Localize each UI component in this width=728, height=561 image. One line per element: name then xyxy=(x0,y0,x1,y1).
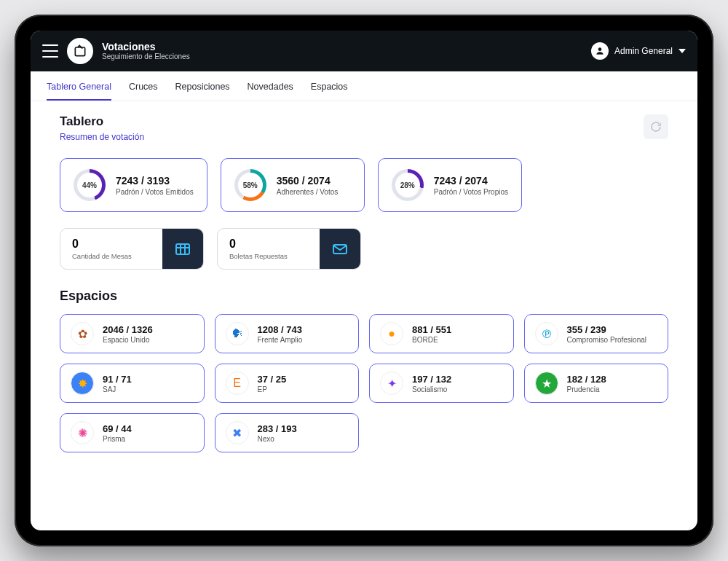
stat-label: Padrón / Votos Emitidos xyxy=(116,188,194,196)
counter-label: Boletas Repuestas xyxy=(229,252,308,260)
donut-chart: 58% xyxy=(234,169,266,201)
donut-percent: 58% xyxy=(243,181,258,189)
svg-rect-2 xyxy=(176,244,189,254)
stat-value: 3560 / 2074 xyxy=(277,175,339,187)
espacio-label: Espacio Unido xyxy=(103,336,153,344)
tab-cruces[interactable]: Cruces xyxy=(129,82,158,101)
espacio-value: 37 / 25 xyxy=(258,374,287,385)
app-logo xyxy=(67,38,93,64)
espacio-card[interactable]: ✿2046 / 1326Espacio Unido xyxy=(60,314,205,353)
espacio-value: 69 / 44 xyxy=(103,423,132,434)
espacio-value: 2046 / 1326 xyxy=(103,324,153,335)
espacio-value: 197 / 132 xyxy=(412,374,451,385)
tabbar: Tablero General Cruces Reposiciones Nove… xyxy=(31,71,697,101)
stat-card: 44% 7243 / 3193 Padrón / Votos Emitidos xyxy=(60,158,207,212)
espacio-card[interactable]: ℗355 / 239Compromiso Profesional xyxy=(524,314,669,353)
espacios-heading: Espacios xyxy=(60,289,668,304)
espacio-logo: ★ xyxy=(535,372,558,395)
dashboard-heading: Tablero xyxy=(60,114,144,129)
espacio-label: Prisma xyxy=(103,435,132,443)
espacio-card[interactable]: E37 / 25EP xyxy=(215,364,360,403)
espacio-logo: 🗣 xyxy=(226,322,249,345)
espacio-card[interactable]: ★182 / 128Prudencia xyxy=(524,364,669,403)
espacio-value: 91 / 71 xyxy=(103,374,132,385)
stat-label: Padrón / Votos Propios xyxy=(434,188,508,196)
espacio-logo: ✸ xyxy=(71,372,94,395)
espacio-value: 355 / 239 xyxy=(567,324,647,335)
counter-value: 0 xyxy=(72,238,151,251)
counter-card: 0 Boletas Repuestas xyxy=(217,228,361,270)
app-title: Votaciones xyxy=(102,42,190,52)
tab-tablero-general[interactable]: Tablero General xyxy=(47,82,111,101)
espacio-card[interactable]: ●881 / 551BORDE xyxy=(369,314,514,353)
counter-label: Cantidad de Mesas xyxy=(72,252,151,260)
espacio-label: Socialismo xyxy=(412,385,451,393)
espacio-card[interactable]: 🗣1208 / 743Frente Amplio xyxy=(215,314,360,353)
app-subtitle: Seguimiento de Elecciones xyxy=(102,52,190,60)
refresh-icon xyxy=(650,121,662,133)
donut-chart: 44% xyxy=(74,169,106,201)
stat-card: 28% 7243 / 2074 Padrón / Votos Propios xyxy=(378,158,522,212)
espacio-logo: ✺ xyxy=(71,421,94,444)
tab-novedades[interactable]: Novedades xyxy=(248,82,293,101)
stat-label: Adherentes / Votos xyxy=(277,188,339,196)
espacio-logo: ✖ xyxy=(226,421,249,444)
tab-reposiciones[interactable]: Reposiciones xyxy=(175,82,230,101)
espacio-card[interactable]: ✦197 / 132Socialismo xyxy=(369,364,514,403)
stat-value: 7243 / 3193 xyxy=(116,175,194,187)
donut-percent: 28% xyxy=(400,181,415,189)
user-menu[interactable]: Admin General xyxy=(591,42,686,60)
table-grid-icon xyxy=(162,229,203,269)
topbar: Votaciones Seguimiento de Elecciones Adm… xyxy=(31,31,697,71)
tab-espacios[interactable]: Espacios xyxy=(311,82,348,101)
espacio-label: EP xyxy=(258,385,287,393)
espacio-label: Prudencia xyxy=(567,385,606,393)
espacio-value: 1208 / 743 xyxy=(258,324,303,335)
tablet-frame: Votaciones Seguimiento de Elecciones Adm… xyxy=(15,15,713,546)
espacio-card[interactable]: ✸91 / 71SAJ xyxy=(60,364,205,403)
espacio-label: SAJ xyxy=(103,385,132,393)
espacios-grid: ✿2046 / 1326Espacio Unido🗣1208 / 743Fren… xyxy=(60,314,668,452)
dashboard-subheading[interactable]: Resumen de votación xyxy=(60,132,144,142)
envelope-icon xyxy=(320,229,360,269)
espacio-card[interactable]: ✖283 / 193Nexo xyxy=(215,413,360,452)
counter-value: 0 xyxy=(229,238,308,251)
refresh-button[interactable] xyxy=(644,114,668,139)
menu-icon[interactable] xyxy=(42,44,58,58)
avatar xyxy=(591,42,609,60)
stat-card: 58% 3560 / 2074 Adherentes / Votos xyxy=(221,158,365,212)
espacio-value: 881 / 551 xyxy=(412,324,451,335)
user-name: Admin General xyxy=(614,46,673,56)
donut-chart: 28% xyxy=(392,169,424,201)
brand-block: Votaciones Seguimiento de Elecciones xyxy=(102,42,190,60)
espacio-value: 182 / 128 xyxy=(567,374,606,385)
donut-percent: 44% xyxy=(82,181,97,189)
espacio-logo: ℗ xyxy=(535,322,558,345)
espacio-label: BORDE xyxy=(412,336,451,344)
espacio-label: Nexo xyxy=(258,435,297,443)
espacio-logo: E xyxy=(226,372,249,395)
content: Tablero Resumen de votación 44% 7243 / 3… xyxy=(31,101,697,530)
espacio-label: Compromiso Profesional xyxy=(567,336,647,344)
espacio-value: 283 / 193 xyxy=(258,423,297,434)
app-screen: Votaciones Seguimiento de Elecciones Adm… xyxy=(31,31,697,530)
chevron-down-icon xyxy=(678,49,686,53)
espacio-label: Frente Amplio xyxy=(258,336,303,344)
svg-point-1 xyxy=(598,47,602,51)
espacio-logo: ✿ xyxy=(71,322,94,345)
espacio-logo: ● xyxy=(380,322,403,345)
svg-rect-0 xyxy=(75,47,84,56)
counter-card: 0 Cantidad de Mesas xyxy=(60,228,204,270)
espacio-logo: ✦ xyxy=(380,372,403,395)
stat-value: 7243 / 2074 xyxy=(434,175,508,187)
espacio-card[interactable]: ✺69 / 44Prisma xyxy=(60,413,205,452)
